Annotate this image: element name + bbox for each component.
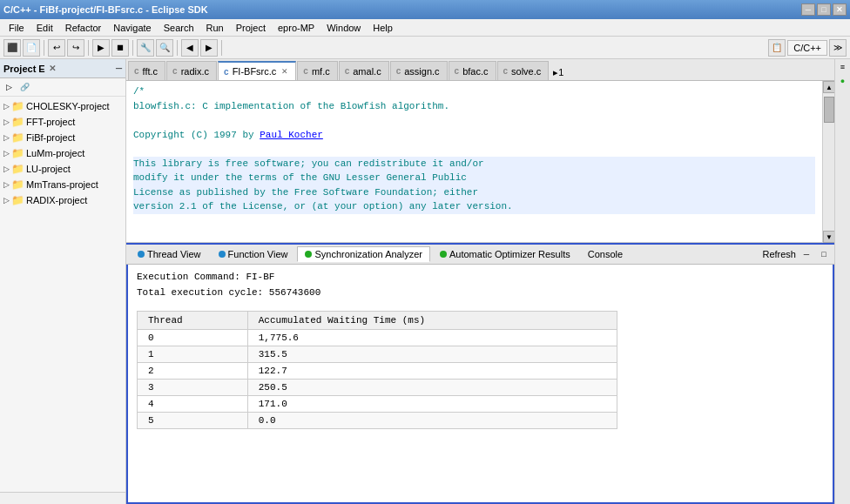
right-strip-btn-1[interactable]: ≡	[837, 61, 849, 73]
tab-icon-2: c	[224, 67, 229, 77]
title-bar: C/C++ - FiBf-project/FI-BFsrc.c - Eclips…	[0, 0, 850, 19]
table-row: 01,775.6	[138, 330, 617, 346]
sidebar-item-fibf-project[interactable]: ▷📁FiBf-project	[0, 130, 125, 145]
sidebar-title: Project E	[3, 64, 45, 74]
sidebar-header: Project E ✕ ─	[0, 59, 125, 78]
toolbar-separator-5	[221, 40, 222, 56]
tab-label-2: FI-BFsrc.c	[233, 66, 277, 77]
col-thread: Thread	[138, 312, 248, 330]
tab-solvec[interactable]: csolve.c	[497, 61, 550, 80]
toolbar-btn-1[interactable]: ⬛	[3, 39, 21, 57]
toolbar-btn-3[interactable]: ↩	[48, 39, 65, 57]
panel-maximize-btn[interactable]: □	[817, 247, 831, 261]
panel-tab-label-2: Synchronization Analyzer	[314, 249, 422, 259]
minimize-button[interactable]: ─	[801, 3, 815, 16]
menu-item-project[interactable]: Project	[231, 21, 271, 35]
toolbar-separator-4	[177, 40, 178, 56]
window-title: C/C++ - FiBf-project/FI-BFsrc.c - Eclips…	[3, 4, 208, 15]
menu-item-search[interactable]: Search	[159, 21, 199, 35]
panel-tab-console[interactable]: Console	[580, 246, 631, 262]
main-area: Project E ✕ ─ ▷ 🔗 ▷📁CHOLESKY-project▷📁FF…	[0, 59, 850, 504]
menu-item-run[interactable]: Run	[201, 21, 229, 35]
panel-tab-thread-view[interactable]: Thread View	[130, 246, 209, 262]
toolbar-btn-perspective[interactable]: 📋	[768, 39, 786, 57]
table-row: 4171.0	[138, 396, 617, 413]
col-time: Accumulated Waiting Time (ms)	[247, 312, 617, 330]
tab-mfc[interactable]: cmf.c	[297, 61, 337, 80]
panel-tab-dot-2	[305, 251, 312, 258]
toolbar-btn-4[interactable]: ↪	[67, 39, 84, 57]
menu-item-help[interactable]: Help	[368, 21, 398, 35]
cell-time-2: 122.7	[247, 363, 617, 380]
toolbar-btn-5[interactable]: ▶	[92, 39, 110, 57]
exec-info: Execution Command: FI-BF Total execution…	[137, 270, 824, 300]
sidebar-minimize-icon[interactable]: ─	[116, 64, 122, 73]
panel-tab-synchronization-analyzer[interactable]: Synchronization Analyzer	[297, 246, 430, 262]
panel-minimize-btn[interactable]: ─	[799, 247, 813, 261]
tab-label-4: amal.c	[353, 66, 381, 77]
menu-item-refactor[interactable]: Refactor	[60, 21, 107, 35]
toolbar-separator-3	[132, 40, 133, 56]
scroll-thumb[interactable]	[824, 97, 834, 123]
tab-amalc[interactable]: camal.c	[339, 61, 389, 80]
menu-item-edit[interactable]: Edit	[31, 21, 58, 35]
sidebar-item-cholesky-project[interactable]: ▷📁CHOLESKY-project	[0, 98, 125, 114]
close-button[interactable]: ✕	[833, 3, 847, 16]
tab-icon-1: c	[172, 66, 178, 76]
scroll-track	[823, 93, 834, 231]
toolbar-separator-2	[88, 40, 89, 56]
editor-vscroll: ▲ ▼	[822, 81, 834, 243]
scroll-down-btn[interactable]: ▼	[823, 231, 834, 243]
table-row: 1315.5	[138, 346, 617, 363]
code-editor[interactable]: /* blowfish.c: C implementation of the B…	[126, 81, 822, 243]
tab-fftc[interactable]: cfft.c	[128, 61, 165, 80]
tab-assignc[interactable]: cassign.c	[390, 61, 448, 80]
sidebar-item-lumm-project[interactable]: ▷📁LuMm-project	[0, 145, 125, 161]
total-cycles: Total execution cycle: 556743600	[137, 286, 824, 301]
cell-time-1: 315.5	[247, 346, 617, 363]
menu-item-navigate[interactable]: Navigate	[108, 21, 156, 35]
sidebar-item-lu-project[interactable]: ▷📁LU-project	[0, 161, 125, 177]
tab-bfacc[interactable]: cbfac.c	[449, 61, 496, 80]
toolbar-btn-7[interactable]: 🔧	[137, 39, 154, 57]
menu-item-file[interactable]: File	[3, 21, 30, 35]
menu-item-window[interactable]: Window	[321, 21, 366, 35]
tab-icon-3: c	[303, 66, 308, 76]
sidebar-item-radix-project[interactable]: ▷📁RADIX-project	[0, 192, 125, 208]
toolbar-btn-6[interactable]: ⏹	[111, 39, 129, 57]
right-strip-btn-2[interactable]: ●	[837, 75, 849, 87]
panel-tab-automatic-optimizer-results[interactable]: Automatic Optimizer Results	[432, 246, 578, 262]
table-row: 3250.5	[138, 380, 617, 396]
project-label: FFT-project	[26, 117, 75, 127]
sidebar-collapse-btn[interactable]: ▷	[2, 80, 16, 94]
toolbar-btn-10[interactable]: ▶	[200, 39, 218, 57]
sync-table-body: 01,775.61315.52122.73250.54171.050.0	[138, 330, 617, 429]
sidebar-hscroll[interactable]	[0, 492, 125, 504]
sidebar-link-btn[interactable]: 🔗	[17, 80, 31, 94]
tab-FI-BFsrcc[interactable]: cFI-BFsrc.c✕	[218, 61, 296, 80]
cell-time-4: 171.0	[247, 396, 617, 413]
perspective-label: C/C++	[787, 40, 827, 56]
sidebar-toolbar: ▷ 🔗	[0, 78, 125, 97]
tab-radixc[interactable]: cradix.c	[166, 61, 217, 80]
toolbar-btn-9[interactable]: ◀	[181, 39, 199, 57]
sidebar-id: ✕	[49, 64, 56, 73]
maximize-button[interactable]: □	[817, 3, 831, 16]
toolbar: ⬛ 📄 ↩ ↪ ▶ ⏹ 🔧 🔍 ◀ ▶ 📋 C/C++ ≫	[0, 37, 850, 59]
tab-close-2[interactable]: ✕	[281, 67, 288, 76]
cell-thread-5: 5	[138, 413, 248, 429]
toolbar-btn-8[interactable]: 🔍	[156, 39, 173, 57]
sidebar-item-mmtrans-project[interactable]: ▷📁MmTrans-project	[0, 177, 125, 192]
toolbar-btn-expand[interactable]: ≫	[829, 39, 847, 57]
tab-icon-5: c	[396, 66, 401, 76]
author-link[interactable]: Paul Kocher	[260, 130, 323, 140]
project-label: FiBf-project	[26, 132, 75, 143]
menu-item-epro-mp[interactable]: epro-MP	[273, 21, 320, 35]
tab-overflow[interactable]: ▸1	[550, 65, 567, 80]
sidebar-item-fft-project[interactable]: ▷📁FFT-project	[0, 114, 125, 130]
toolbar-btn-2[interactable]: 📄	[23, 39, 40, 57]
panel-content: Execution Command: FI-BF Total execution…	[126, 265, 834, 504]
panel-tabs: Thread ViewFunction ViewSynchronization …	[126, 245, 834, 265]
scroll-up-btn[interactable]: ▲	[823, 81, 834, 93]
panel-tab-function-view[interactable]: Function View	[211, 246, 296, 262]
